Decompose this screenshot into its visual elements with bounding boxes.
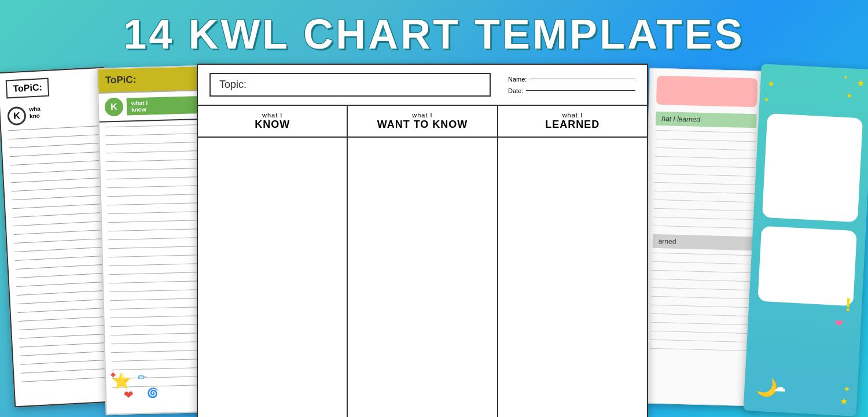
main-name-line: Name: (508, 76, 635, 83)
second-heart-deco: ❤ (124, 388, 134, 401)
learned-header: what I LEARNED (498, 106, 647, 138)
star-top-right3: ✦ (843, 74, 848, 80)
cloud-1 (762, 113, 863, 222)
second-topic-label: ToPiC: (98, 67, 212, 94)
want-header: what I WANT TO KNOW (348, 106, 496, 138)
template-card-far-right: ★ ★ ✦ ★ ★ ! ❤ 🌙 ☁ ★ ★ (743, 64, 868, 416)
second-k-section: K what Iknow (98, 91, 212, 123)
page-title: 14 KWL CHART TEMPLATES (0, 10, 868, 58)
know-header: what I KNOW (198, 106, 347, 138)
far-left-k-circle: K (7, 106, 27, 126)
cloud-deco: ☁ (773, 379, 786, 395)
star-left: ★ (767, 79, 775, 88)
fourth-gray-label: arned (652, 234, 753, 251)
main-date-underline (526, 90, 635, 91)
fourth-pink-box (656, 76, 757, 108)
far-left-topic-label: ToPiC: (6, 78, 50, 99)
kwl-col-know: what I KNOW (198, 106, 348, 417)
title-area: 14 KWL CHART TEMPLATES (0, 0, 868, 64)
star-left2: ★ (764, 96, 770, 102)
far-left-k-label: whakno (29, 105, 41, 120)
kwl-table: what I KNOW what I WANT TO KNOW (198, 105, 647, 417)
far-left-k-section: K whakno (7, 102, 98, 126)
want-header-big: WANT TO KNOW (351, 119, 494, 131)
know-header-small: what I (262, 112, 282, 119)
kwl-col-want: what I WANT TO KNOW (348, 106, 498, 417)
cloud-2 (757, 226, 857, 306)
templates-area: ToPiC: K whakno (0, 64, 868, 417)
main-date-label: Date: (508, 87, 523, 94)
main-name-underline (529, 79, 635, 79)
learned-header-big: LEARNED (501, 119, 644, 131)
star-top-right: ★ (856, 78, 865, 89)
star-bottom-right2: ★ (844, 385, 851, 393)
fourth-lines-top (653, 130, 756, 228)
fourth-green-label: hat I learned (656, 112, 757, 128)
second-k-label: what Iknow (127, 96, 207, 116)
main-date-line: Date: (508, 87, 635, 94)
main-name-label: Name: (508, 76, 527, 83)
know-header-big: KNOW (201, 119, 344, 131)
learned-header-small: what I (562, 112, 583, 119)
second-k-circle: K (105, 98, 124, 117)
second-swirl-deco: 🌀 (147, 387, 159, 398)
main-name-date: Name: Date: (508, 76, 635, 94)
want-header-small: what I (412, 112, 432, 119)
template-card-main: Topic: Name: Date: what I (197, 64, 648, 417)
fourth-lines-bottom (650, 253, 753, 351)
star-bottom-right: ★ (840, 396, 848, 407)
far-left-lines (8, 126, 112, 382)
second-sparkle-deco: ✦ (109, 369, 118, 382)
main-topic-box: Topic: (209, 73, 491, 97)
background: 14 KWL CHART TEMPLATES ToPiC: K whakno (0, 0, 868, 417)
main-topic-row: Topic: Name: Date: (198, 65, 647, 105)
want-body (348, 138, 496, 417)
star-top-right2: ★ (846, 91, 853, 100)
kwl-col-learned: what I LEARNED (498, 106, 647, 417)
heart-deco-right: ❤ (834, 317, 844, 330)
know-body (198, 138, 347, 417)
second-pencil-deco: ✏ (138, 371, 147, 384)
learned-body (498, 138, 647, 417)
exclaim-deco: ! (845, 294, 852, 316)
